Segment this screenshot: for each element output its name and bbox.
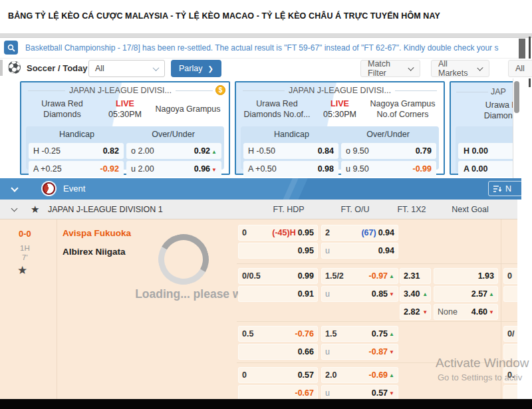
home-line1: Urawa Red	[483, 100, 513, 110]
odds-cell[interactable]: 1.5/2-0.97▲	[321, 268, 398, 284]
favorite-star-icon[interactable]: ★	[17, 263, 27, 277]
odds-cell[interactable]: 0.66	[238, 344, 318, 360]
card-league: JAPAN J-LEAGUE DIVISI...	[28, 86, 213, 95]
line-value: 2.0	[325, 370, 336, 380]
soccer-ball-icon: ⚽	[7, 60, 21, 76]
collapse-chevron-icon[interactable]	[11, 184, 18, 192]
odds-value: 1.93	[478, 271, 494, 281]
ft-ou-group-1: 2(67)0.94 u0.94	[321, 225, 398, 261]
odds-row: A +0.500.98 u 9.50-0.99	[243, 161, 436, 177]
odds-cell[interactable]: 1.93	[434, 268, 498, 284]
odds-cell[interactable]: 0(-45)H0.95	[238, 225, 318, 241]
odds-cell[interactable]: None4.60▼	[434, 304, 498, 320]
ou-odds-value: 0.96	[194, 164, 210, 174]
odds-cell[interactable]: 1.50.75▲	[321, 326, 398, 342]
hdp-home-cell[interactable]: H 0.00	[458, 143, 513, 159]
match-filter-label: Match Filter	[368, 59, 404, 78]
match-status: LIVE05:30PM	[318, 98, 362, 120]
league-name: JAPAN J-LEAGUE DIVISION 1	[48, 200, 163, 219]
event-column-label: Event	[63, 178, 85, 200]
sort-button[interactable]: N	[488, 181, 521, 196]
over-under-header: Over/Under	[125, 130, 221, 139]
odds-cell[interactable]: 0.95	[238, 243, 318, 259]
ou-over-cell[interactable]: o 2.000.92▲	[126, 143, 221, 159]
card-odds-panel: Handicap Over/Under H -0.500.84 o 9.500.…	[241, 126, 439, 170]
trend-down-icon: ▼	[389, 291, 394, 297]
odds-cell[interactable]: u0.57▼	[321, 385, 398, 399]
odds-cell[interactable]: 00.57	[238, 367, 318, 383]
odds-panel-header: Handicap Over/Under	[29, 128, 221, 141]
hdp-odds: -0.92	[100, 164, 120, 174]
odds-cell[interactable]: 0.91	[238, 286, 318, 302]
event-header-bar: Event N	[0, 178, 521, 200]
home-line2: Diamonds	[21, 109, 103, 120]
all-markets-dropdown[interactable]: All Markets	[431, 60, 489, 77]
odds-value: 0.75	[372, 329, 388, 339]
odds-cell[interactable]: u0.85▼	[321, 286, 398, 302]
odds-value: 0.99	[298, 271, 314, 281]
odds-cell[interactable]: 0/	[503, 326, 517, 342]
ou-under-cell[interactable]: u 2.000.96▼	[126, 161, 221, 177]
odds-row: A +0.25-0.92 u 2.000.96▼	[29, 161, 221, 177]
trend-down-icon: ▼	[211, 167, 217, 173]
card-league: JAPAN J-LEAGUE DIVISI...	[243, 86, 437, 95]
hdp-away-cell[interactable]: A 0.00	[458, 161, 513, 177]
odds-cell[interactable]: 0	[503, 268, 517, 284]
trend-up-icon: ▲	[389, 331, 394, 337]
odds-value: 0.57	[372, 388, 388, 398]
favorite-star-icon[interactable]: ★	[31, 200, 39, 219]
odds-cell[interactable]: 2.0-0.69▲	[321, 367, 398, 383]
parlay-button[interactable]: Parlay ❯	[171, 60, 221, 77]
odds-type-dropdown[interactable]: All	[508, 60, 532, 77]
title-divider	[0, 33, 532, 38]
column-header-ft-ou: FT. O/U	[340, 200, 369, 219]
odds-value: 2.82	[404, 307, 420, 317]
card-odds-panel: Handicap Over/Under H -0.250.82 o 2.000.…	[26, 126, 224, 170]
scrollbar-thumb[interactable]	[519, 39, 525, 59]
match-card-1: JAPAN J-LEAGUE DIVISI... $ Urawa RedDiam…	[20, 81, 230, 175]
odds-cell[interactable]	[503, 286, 517, 302]
sort-icon	[493, 185, 502, 193]
trend-up-icon: ▲	[389, 372, 394, 378]
away-team: Nagoya GrampusNo.of Corners	[362, 98, 444, 120]
ou-under-cell[interactable]: u 9.50-0.99	[341, 161, 436, 177]
match-filter-dropdown[interactable]: Match Filter	[360, 60, 420, 77]
odds-cell[interactable]: 2.57▲	[434, 286, 498, 302]
search-button[interactable]	[4, 41, 18, 55]
hdp-home-cell[interactable]: H -0.500.84	[243, 143, 338, 159]
collapse-chevron-icon[interactable]	[11, 205, 18, 212]
scrollbar-thumb[interactable]	[514, 81, 519, 113]
odds-cell[interactable]: u0.94	[321, 243, 398, 259]
line-value: 0	[507, 271, 512, 281]
odds-cell[interactable]: 0.5-0.76	[238, 326, 318, 342]
hdp-home-cell[interactable]: H -0.250.82	[29, 143, 124, 159]
odds-cell[interactable]: 2.31	[400, 268, 431, 284]
odds-cell[interactable]: 3.40▲	[400, 286, 431, 302]
line-value: 0.5	[242, 329, 253, 339]
league-name: JAP	[491, 87, 506, 96]
activate-windows-subtext: Go to Settings to activ	[438, 372, 522, 382]
odds-cell[interactable]: -0.67	[238, 385, 318, 399]
odds-cell[interactable]: 2(67)0.94	[321, 225, 398, 241]
ou-over-cell[interactable]: o 9.500.79	[341, 143, 436, 159]
group-divider	[237, 263, 517, 264]
ou-odds: 0.96▼	[194, 164, 217, 174]
line-value: u	[325, 246, 330, 255]
odds-value: 0.94	[378, 228, 394, 237]
sport-breadcrumb: Soccer / Today	[27, 59, 88, 78]
next-goal-group-2: 1.93 2.57▲ None4.60▼	[434, 268, 498, 322]
hdp-away-cell[interactable]: A +0.500.98	[243, 161, 338, 177]
arrow-right-icon: ❯	[207, 65, 213, 72]
hdp-odds: 0.98	[318, 164, 334, 174]
ft-ou-group-2: 1.5/2-0.97▲ u0.85▼	[321, 268, 398, 304]
league-filter-select[interactable]: All	[88, 60, 165, 77]
odds-cell[interactable]: 0/0.50.99	[238, 268, 318, 284]
hdp-label: H -0.25	[33, 146, 61, 156]
away-line1: Nagoya Grampus	[362, 98, 444, 109]
odds-value: 2.31	[404, 271, 420, 281]
odds-cell[interactable]: u-0.87▼	[321, 344, 398, 360]
hdp-away-cell[interactable]: A +0.25-0.92	[29, 161, 124, 177]
odds-cell[interactable]	[503, 385, 517, 399]
away-line1: Nagoya Grampus	[147, 104, 229, 114]
odds-cell[interactable]: 2.82▼	[400, 304, 431, 320]
